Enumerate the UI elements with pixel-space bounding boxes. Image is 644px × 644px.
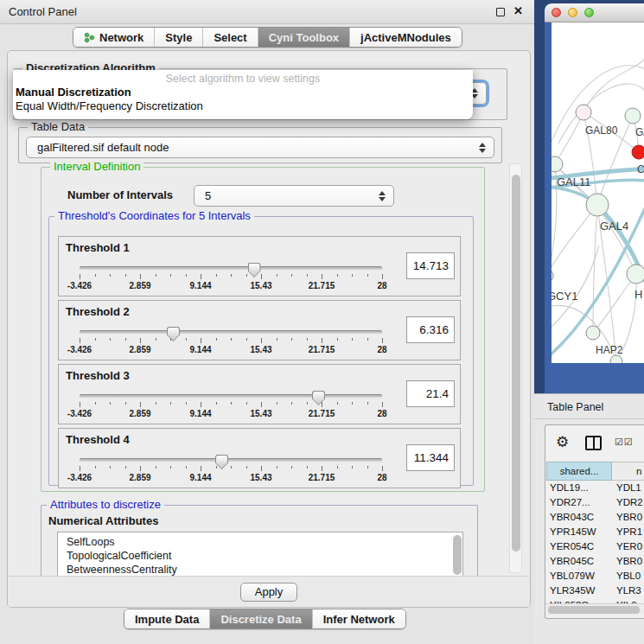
node-gcy1[interactable] xyxy=(552,269,553,283)
threshold-4-value[interactable]: 11.344 xyxy=(406,444,455,471)
numerical-attributes-label: Numerical Attributes xyxy=(48,514,158,527)
slider-track xyxy=(80,394,382,398)
close-icon[interactable]: ✕ xyxy=(513,4,523,17)
table-row[interactable]: YPR145WYPR1 xyxy=(545,526,644,541)
node-bottom[interactable] xyxy=(610,355,622,363)
tick-mark xyxy=(261,402,262,407)
tick-mark xyxy=(201,402,201,407)
threshold-2-slider[interactable]: -3.4262.8599.14415.4321.71528 xyxy=(80,327,382,356)
threshold-3-slider[interactable]: -3.4262.8599.14415.4321.71528 xyxy=(80,391,382,420)
tick-mark xyxy=(277,338,277,341)
threshold-3-label: Threshold 3 xyxy=(66,369,130,382)
tab-infer-network[interactable]: Infer Network xyxy=(313,609,405,628)
threshold-4-slider[interactable]: -3.4262.8599.14415.4321.71528 xyxy=(80,455,382,484)
zoom-traffic-light-icon[interactable] xyxy=(584,8,594,17)
node-gal80[interactable] xyxy=(576,105,591,120)
table-row[interactable]: YBR045CYBR0 xyxy=(545,556,644,571)
list-scrollbar[interactable] xyxy=(453,535,462,575)
tick-mark xyxy=(125,466,126,469)
threshold-2-value[interactable]: 6.316 xyxy=(406,316,455,343)
node-top-right[interactable] xyxy=(625,108,641,124)
tick-mark xyxy=(170,274,171,277)
tab-network[interactable]: Network xyxy=(73,28,155,47)
slider-ticks xyxy=(80,466,382,471)
content-scrollbar-thumb[interactable] xyxy=(512,175,520,552)
node-red[interactable] xyxy=(632,145,644,159)
column-header-name[interactable]: n xyxy=(612,462,644,481)
node-h[interactable] xyxy=(627,265,644,284)
control-panel-titlebar: Control Panel ✕ xyxy=(0,0,534,24)
threshold-3-value[interactable]: 21.4 xyxy=(406,380,455,407)
apply-strip: Apply xyxy=(9,576,529,607)
network-view-window[interactable]: GAL80 GA C GAL11 GAL4 GCY1 H HAP2 xyxy=(545,3,644,393)
threshold-1-slider[interactable]: -3.4262.8599.14415.4321.71528 xyxy=(80,263,382,292)
checkbox-icons[interactable]: ☑☑ xyxy=(615,437,634,448)
table-row[interactable]: YDR27...YDR2 xyxy=(545,497,644,512)
tick-mark xyxy=(125,274,126,277)
slider-ticks xyxy=(80,402,382,407)
threshold-1-value[interactable]: 14.713 xyxy=(406,252,455,279)
float-window-icon[interactable] xyxy=(496,8,505,16)
node-label-partial-ga: GA xyxy=(635,126,644,138)
table-data-combobox[interactable]: galFiltered.sif default node xyxy=(26,137,494,158)
list-item[interactable]: BetweennessCentrality xyxy=(58,563,462,577)
tab-cyni-toolbox[interactable]: Cyni Toolbox xyxy=(258,28,350,47)
network-canvas[interactable]: GAL80 GA C GAL11 GAL4 GCY1 H HAP2 xyxy=(552,22,644,363)
node-gal4[interactable] xyxy=(586,194,609,216)
table-row[interactable]: YDL19...YDL1 xyxy=(545,482,644,497)
apply-button[interactable]: Apply xyxy=(240,583,297,602)
table-panel: Table Panel ⚙ ☑☑ shared... n YDL19...YDL… xyxy=(534,393,644,644)
tick-label: -3.426 xyxy=(67,345,92,354)
table-row[interactable]: YLR345WYLR3 xyxy=(545,585,644,600)
tick-mark xyxy=(277,466,277,469)
tick-mark xyxy=(156,466,156,469)
tab-impute-data[interactable]: Impute Data xyxy=(124,609,210,628)
horizontal-scrollbar-thumb[interactable] xyxy=(548,606,640,614)
network-window-titlebar[interactable] xyxy=(545,3,644,22)
tick-mark xyxy=(170,338,171,341)
column-header-shared[interactable]: shared... xyxy=(546,462,612,481)
tick-mark xyxy=(110,466,111,469)
content-scrollbar[interactable] xyxy=(509,163,522,573)
number-of-intervals-combobox[interactable]: 5 xyxy=(194,185,394,207)
tick-mark xyxy=(80,274,80,279)
number-of-intervals-value: 5 xyxy=(194,189,379,202)
gear-icon[interactable]: ⚙ xyxy=(556,433,569,451)
column-layout-icon[interactable] xyxy=(585,436,602,450)
tick-mark xyxy=(156,338,156,341)
numerical-attributes-list[interactable]: SelfLoops TopologicalCoefficient Between… xyxy=(57,532,463,577)
tick-mark xyxy=(201,274,201,279)
table-rows: YDL19...YDL1 YDR27...YDR2 YBR043CYBR0 YP… xyxy=(545,482,644,615)
tick-mark xyxy=(231,466,232,469)
table-row[interactable]: YBL079WYBL0 xyxy=(545,571,644,585)
tick-mark xyxy=(322,466,322,471)
minimize-traffic-light-icon[interactable] xyxy=(568,8,577,17)
tab-network-label: Network xyxy=(99,31,143,44)
table-row[interactable]: YBR043CYBR0 xyxy=(545,512,644,526)
slider-track xyxy=(80,266,382,270)
node-label-gcy1: GCY1 xyxy=(552,290,577,303)
tab-jactivemnodules[interactable]: jActiveMNodules xyxy=(350,28,462,47)
threshold-1-label: Threshold 1 xyxy=(66,241,130,254)
tick-label: 9.144 xyxy=(189,473,211,482)
network-icon xyxy=(84,32,95,43)
popup-option-manual[interactable]: Manual Discretization xyxy=(13,85,473,99)
tab-style[interactable]: Style xyxy=(155,28,203,47)
node-label-hap2: HAP2 xyxy=(596,344,623,356)
thresholds-group-title: Threshold's Coordinates for 5 Intervals xyxy=(54,209,254,222)
tick-label: 21.715 xyxy=(309,409,335,418)
tick-label: 2.859 xyxy=(129,281,150,290)
tab-discretize-data[interactable]: Discretize Data xyxy=(210,609,312,628)
node-gal11[interactable] xyxy=(552,156,563,172)
table-row[interactable]: YER054CYER0 xyxy=(545,541,644,556)
list-item[interactable]: TopologicalCoefficient xyxy=(58,549,462,563)
close-traffic-light-icon[interactable] xyxy=(552,8,561,17)
popup-option-equal-width[interactable]: Equal Width/Frequency Discretization xyxy=(13,99,473,112)
list-item[interactable]: SelfLoops xyxy=(58,532,462,549)
tick-mark xyxy=(322,274,322,279)
tick-mark xyxy=(367,338,368,341)
horizontal-scrollbar[interactable] xyxy=(546,603,644,615)
node-hap2[interactable] xyxy=(586,326,600,340)
tab-select[interactable]: Select xyxy=(203,28,258,47)
tick-mark xyxy=(186,274,187,277)
